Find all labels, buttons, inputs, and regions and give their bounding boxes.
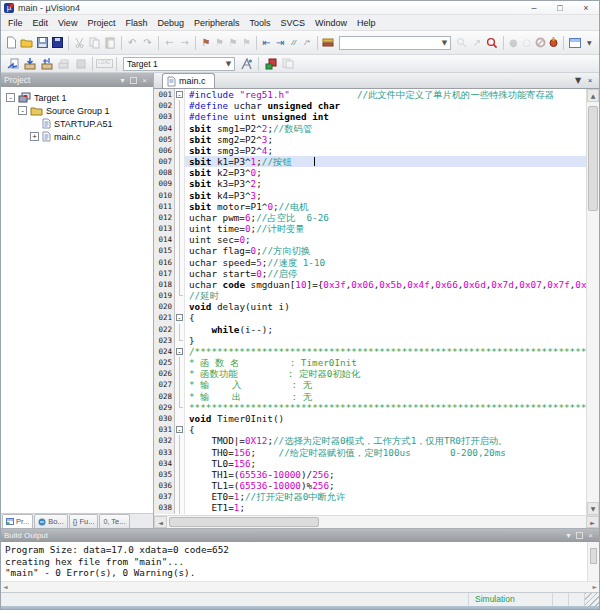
menu-help[interactable]: Help xyxy=(352,17,381,29)
stop-build-icon[interactable] xyxy=(72,56,89,72)
build-output-scrollbar[interactable] xyxy=(587,542,599,581)
fold-margin[interactable]: - xyxy=(175,312,185,323)
scroll-left-icon[interactable]: ◄ xyxy=(3,583,8,590)
line-number[interactable]: 018 xyxy=(154,279,175,290)
tab-templates[interactable]: 0, Te... xyxy=(99,514,129,528)
line-number[interactable]: 014 xyxy=(154,234,175,245)
kill-all-breakpoints-icon[interactable] xyxy=(547,35,560,51)
code-line-008[interactable]: 008sbit k2=P3^0; xyxy=(154,167,586,178)
fold-margin[interactable] xyxy=(175,469,185,480)
line-number[interactable]: 003 xyxy=(154,111,175,122)
cut-icon[interactable] xyxy=(72,35,87,51)
tab-functions[interactable]: {} Fu... xyxy=(69,514,99,528)
fold-margin[interactable] xyxy=(175,100,185,111)
code-line-022[interactable]: 022 while(i--); xyxy=(154,324,586,335)
navigate-forward-icon[interactable]: → xyxy=(177,35,192,51)
fold-margin[interactable] xyxy=(175,290,185,301)
fold-margin[interactable] xyxy=(175,178,185,189)
fold-margin[interactable] xyxy=(175,234,185,245)
navigate-back-icon[interactable]: ← xyxy=(162,35,177,51)
line-number[interactable]: 025 xyxy=(154,357,175,368)
fold-margin[interactable] xyxy=(175,458,185,469)
save-icon[interactable] xyxy=(35,35,50,51)
code-line-020[interactable]: 020void delay(uint i) xyxy=(154,301,586,312)
line-number[interactable]: 007 xyxy=(154,156,175,167)
fold-margin[interactable] xyxy=(175,134,185,145)
line-number[interactable]: 008 xyxy=(154,167,175,178)
close-button[interactable]: × xyxy=(573,1,599,14)
find-combobox[interactable]: ▼ xyxy=(339,36,451,50)
editor-horizontal-scrollbar[interactable]: ◄ ► xyxy=(154,515,599,528)
code-line-031[interactable]: 031-{ xyxy=(154,424,586,435)
line-number[interactable]: 002 xyxy=(154,100,175,111)
maximize-button[interactable]: □ xyxy=(547,1,573,14)
fold-margin[interactable] xyxy=(175,223,185,234)
code-line-016[interactable]: 016uchar speed=5;//速度 1-10 xyxy=(154,257,586,268)
line-number[interactable]: 023 xyxy=(154,335,175,346)
fold-margin[interactable] xyxy=(175,324,185,335)
fold-margin[interactable] xyxy=(175,357,185,368)
minimize-button[interactable]: – xyxy=(521,1,547,14)
code-line-017[interactable]: 017uchar start=0;//启停 xyxy=(154,268,586,279)
fold-margin[interactable] xyxy=(175,201,185,212)
translate-icon[interactable] xyxy=(4,56,21,72)
copy-icon[interactable] xyxy=(87,35,102,51)
panel-close-icon[interactable]: × xyxy=(139,75,150,86)
open-file-icon[interactable] xyxy=(19,35,34,51)
incremental-find-icon[interactable]: ↗ xyxy=(469,35,484,51)
code-line-024[interactable]: 024-/***********************************… xyxy=(154,346,586,357)
toggle-bookmark-icon[interactable]: ⚑ xyxy=(199,35,212,51)
line-number[interactable]: 016 xyxy=(154,257,175,268)
line-number[interactable]: 009 xyxy=(154,178,175,189)
find-dropdown-icon[interactable]: ▼ xyxy=(439,37,450,49)
fold-margin[interactable] xyxy=(175,257,185,268)
code-line-036[interactable]: 036 TL1=(65536-10000)%256; xyxy=(154,480,586,491)
line-number[interactable]: 015 xyxy=(154,245,175,256)
code-line-018[interactable]: 018uchar code smgduan[10]={0x3f,0x06,0x5… xyxy=(154,279,586,290)
line-number[interactable]: 021 xyxy=(154,312,175,323)
prev-bookmark-icon[interactable]: ⚑ xyxy=(213,35,226,51)
line-number[interactable]: 013 xyxy=(154,223,175,234)
pin-icon[interactable] xyxy=(128,75,139,86)
line-number[interactable]: 012 xyxy=(154,212,175,223)
line-number[interactable]: 017 xyxy=(154,268,175,279)
code-line-026[interactable]: 026* 函数功能 : 定时器0初始化 xyxy=(154,368,586,379)
fold-collapse-icon[interactable]: - xyxy=(176,91,183,98)
fold-margin[interactable] xyxy=(175,402,185,413)
fold-margin[interactable] xyxy=(175,502,185,513)
scroll-track[interactable] xyxy=(587,102,599,502)
file-extensions-icon[interactable] xyxy=(279,56,296,72)
line-number[interactable]: 001 xyxy=(154,89,175,100)
tab-list-dropdown-icon[interactable]: ▼ xyxy=(572,74,584,86)
build-output-horizontal-scrollbar[interactable]: ◄ ► xyxy=(1,581,599,592)
new-file-icon[interactable] xyxy=(4,35,19,51)
pin-icon[interactable] xyxy=(574,530,585,541)
fold-margin[interactable] xyxy=(175,212,185,223)
tree-item-source-group[interactable]: - Source Group 1 xyxy=(4,104,153,117)
fold-margin[interactable] xyxy=(175,245,185,256)
line-number[interactable]: 029 xyxy=(154,402,175,413)
line-number[interactable]: 005 xyxy=(154,134,175,145)
code-lines[interactable]: 001-#include "reg51.h" //此文件中定义了单片机的一些特殊… xyxy=(154,89,586,515)
fold-margin[interactable] xyxy=(175,268,185,279)
scroll-down-icon[interactable]: ▼ xyxy=(587,502,599,515)
fold-margin[interactable]: - xyxy=(175,89,185,100)
menu-view[interactable]: View xyxy=(53,17,82,29)
collapse-icon[interactable]: - xyxy=(6,93,15,102)
line-number[interactable]: 038 xyxy=(154,502,175,513)
code-line-019[interactable]: 019//延时 xyxy=(154,290,586,301)
line-number[interactable]: 004 xyxy=(154,123,175,134)
scroll-track[interactable] xyxy=(167,516,586,528)
target-dropdown-icon[interactable]: ▼ xyxy=(223,58,234,70)
panel-menu-icon[interactable]: ▾ xyxy=(117,75,128,86)
find-icon[interactable] xyxy=(484,35,499,51)
code-line-035[interactable]: 035 TH1=(65536-10000)/256; xyxy=(154,469,586,480)
line-number[interactable]: 024 xyxy=(154,346,175,357)
undo-icon[interactable]: ↶ xyxy=(125,35,140,51)
layout-dropdown-icon[interactable]: ▼ xyxy=(583,35,596,51)
line-number[interactable]: 033 xyxy=(154,447,175,458)
line-number[interactable]: 036 xyxy=(154,480,175,491)
code-line-034[interactable]: 034 TL0=156; xyxy=(154,458,586,469)
download-icon[interactable]: LOAD xyxy=(96,56,113,72)
code-line-038[interactable]: 038 ET1=1; xyxy=(154,502,586,513)
